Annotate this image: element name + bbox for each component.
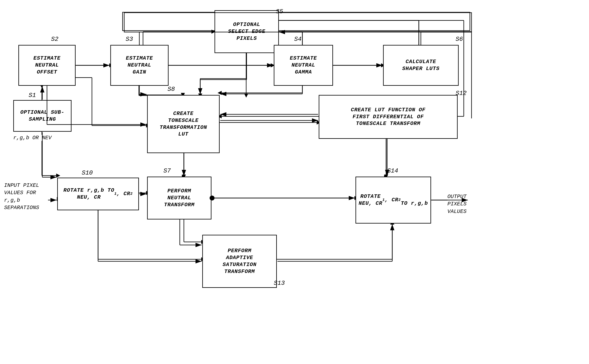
box-s12: CREATE LUT FUNCTION OFFIRST DIFFERENTIAL… [319, 95, 458, 139]
svg-rect-69 [123, 12, 470, 31]
box-s6: CALCULATESHAPER LUTS [383, 45, 459, 86]
label-rgb-nev: r,g,b OR NEV [13, 135, 52, 141]
step-label-s5: S5 [276, 8, 283, 15]
box-s3: ESTIMATENEUTRALGAIN [110, 45, 169, 86]
box-s13: PERFORMADAPTIVESATURATIONTRANSFORM [202, 235, 277, 288]
box-s7: PERFORMNEUTRALTRANSFORM [147, 177, 212, 220]
step-label-s2: S2 [51, 36, 59, 43]
step-label-s6: S6 [456, 36, 463, 43]
box-s5: OPTIONALSELECT EDGEPIXELS [214, 10, 279, 53]
svg-marker-57 [56, 174, 60, 178]
box-s1: OPTIONAL SUB-SAMPLING [13, 100, 72, 132]
label-output-pixels: OUTPUTPIXELSVALUES [447, 193, 467, 215]
step-label-s1: S1 [29, 92, 36, 99]
step-label-s12: S12 [456, 90, 467, 97]
box-s2: ESTIMATENEUTRALOFFSET [18, 45, 76, 86]
svg-marker-19 [244, 93, 248, 98]
step-label-s14: S14 [387, 167, 398, 174]
step-label-s7: S7 [163, 167, 171, 174]
step-label-s13: S13 [274, 280, 285, 287]
diagram-container: ESTIMATENEUTRALOFFSET S2 ESTIMATENEUTRAL… [0, 0, 589, 364]
step-label-s8: S8 [167, 86, 175, 93]
svg-marker-22 [218, 91, 222, 95]
step-label-s10: S10 [82, 169, 93, 176]
box-s14: ROTATENEU, CR1, CR2TO r,g,b [356, 177, 431, 224]
box-s8: CREATETONESCALETRANSFORMATIONLUT [147, 95, 220, 153]
box-s10: ROTATE r,g,b TONEU, CR1, CR2 [57, 178, 139, 210]
step-label-s4: S4 [294, 36, 302, 43]
step-label-s3: S3 [126, 36, 133, 43]
label-input-pixels: INPUT PIXELVALUES FORr,g,bSEPARATIONS [4, 182, 39, 212]
box-s4: ESTIMATENEUTRALGAMMA [274, 45, 333, 86]
